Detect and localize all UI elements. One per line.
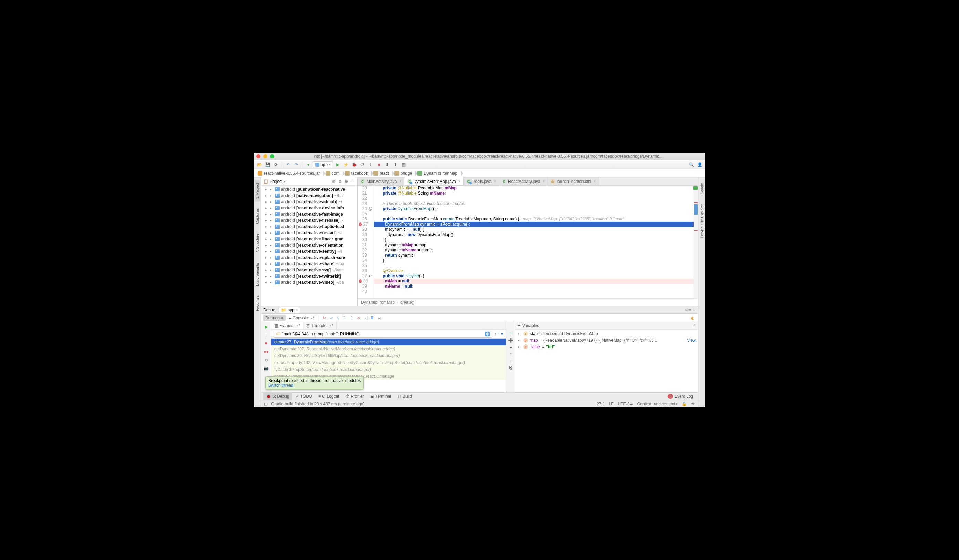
search-everywhere-icon[interactable]: 🔍 xyxy=(688,161,695,169)
bottom-profiler[interactable]: ⏱ Profiler xyxy=(343,393,367,400)
redo-icon[interactable]: ↷ xyxy=(292,161,300,169)
stack-frame[interactable]: tyCache$PropSetter (com.facebook.react.u… xyxy=(271,366,506,373)
project-tree-item[interactable]: ▸▸android [pushwoosh-react-native xyxy=(261,186,357,192)
evaluate-icon[interactable]: 🖩 xyxy=(369,315,376,321)
editor-tab[interactable]: CDynamicFromMap.java× xyxy=(405,177,463,185)
rail-device-explorer[interactable]: Device File Explorer xyxy=(699,201,705,240)
variable-row[interactable]: ▸pmap = {ReadableNativeMap@7197} "{ Nati… xyxy=(515,337,698,344)
filter-icon[interactable]: ▼ xyxy=(500,332,504,336)
project-view-selector[interactable]: 📋 Project ▾ xyxy=(263,179,285,184)
breadcrumb-item[interactable]: react xyxy=(371,169,392,177)
inspector-icon[interactable]: 👁 xyxy=(691,402,695,406)
vcs-up-icon[interactable]: ⬆ xyxy=(392,161,399,169)
profiler-icon[interactable]: ⏱ xyxy=(358,161,366,169)
project-tree-item[interactable]: ▸▸android [react-native-admob] ~/ xyxy=(261,199,357,205)
encoding[interactable]: UTF-8≑ xyxy=(618,402,633,406)
undo-icon[interactable]: ↶ xyxy=(284,161,292,169)
rail-structure[interactable]: 7: Structure xyxy=(255,231,260,256)
run-to-cursor-icon[interactable]: →| xyxy=(362,315,369,321)
event-log[interactable]: 3 Event Log xyxy=(665,393,696,400)
minimize-vars-icon[interactable]: -* xyxy=(693,323,696,328)
variables-tree[interactable]: ▸sstatic members of DynamicFromMap▸pmap … xyxy=(515,329,698,392)
force-step-into-icon[interactable]: ⤵ xyxy=(342,315,348,321)
threads-subtab[interactable]: ⊞ Threads →* xyxy=(303,322,336,329)
target-icon[interactable]: ⊕ xyxy=(331,179,336,184)
next-frame-icon[interactable]: ↓ xyxy=(497,332,499,336)
project-tree[interactable]: ▸▸android [pushwoosh-react-native ▸▸andr… xyxy=(261,186,357,306)
editor-breadcrumb[interactable]: DynamicFromMap›create() xyxy=(358,298,698,306)
breadcrumb-item[interactable]: react-native-0.55.4-sources.jar xyxy=(256,169,323,177)
rail-captures[interactable]: Captures xyxy=(255,205,260,227)
sync-icon[interactable]: ⟳ xyxy=(272,161,280,169)
code-editor[interactable]: private @Nullable ReadableMap mMap; priv… xyxy=(374,186,698,298)
rail-build-variants[interactable]: Build Variants xyxy=(255,260,260,289)
down-icon[interactable]: ↓ xyxy=(510,358,512,363)
copy-icon[interactable]: ⎘ xyxy=(510,366,512,370)
bottom-logcat[interactable]: ≡ 6: Logcat xyxy=(315,393,342,400)
close-window-button[interactable] xyxy=(256,154,260,158)
bottom-build[interactable]: ↓↑ Build xyxy=(394,393,415,400)
run-button[interactable]: ▶ xyxy=(334,161,341,169)
project-tree-item[interactable]: ▸▸android [react-native-sentry] ~/l xyxy=(261,248,357,255)
editor-tab[interactable]: CMainActivity.java× xyxy=(358,177,405,185)
rail-favorites[interactable]: Favorites xyxy=(255,293,260,314)
overhead-icon[interactable]: ◐ xyxy=(690,315,696,321)
remove-watch-icon[interactable]: − xyxy=(510,345,512,350)
console-tab[interactable]: ≣ Console →* xyxy=(286,315,317,321)
breadcrumb-item[interactable]: bridge xyxy=(392,169,416,177)
attach-icon[interactable]: ⤓ xyxy=(367,161,374,169)
caret-position[interactable]: 27:1 xyxy=(597,402,605,406)
switch-thread-link[interactable]: Switch thread xyxy=(268,383,293,388)
editor-tab[interactable]: ◇launch_screen.xml× xyxy=(548,177,599,185)
rail-gradle[interactable]: Gradle xyxy=(699,180,705,197)
breadcrumb-item[interactable]: com xyxy=(323,169,343,177)
open-icon[interactable]: 📂 xyxy=(256,161,263,169)
avd-icon[interactable]: ▾ xyxy=(304,161,312,169)
stack-frame[interactable]: create:27, DynamicFromMap (com.facebook.… xyxy=(271,339,506,345)
drop-frame-icon[interactable]: ✕ xyxy=(355,315,362,321)
stack-frame[interactable]: extractProperty:132, ViewManagersPropert… xyxy=(271,359,506,366)
prev-frame-icon[interactable]: ↑ xyxy=(494,332,496,336)
mute-bp-icon[interactable]: ⊘ xyxy=(263,356,270,363)
restore-layout-icon[interactable]: ⤓ xyxy=(692,307,696,312)
close-tab-icon[interactable]: × xyxy=(399,180,401,183)
context[interactable]: Context: <no context> xyxy=(637,402,677,406)
error-stripe[interactable] xyxy=(694,186,698,298)
project-tree-item[interactable]: ▸▸android [react-native-twitterkit] xyxy=(261,273,357,279)
close-tab-icon[interactable]: × xyxy=(594,180,596,183)
zoom-window-button[interactable] xyxy=(270,154,274,158)
step-out-icon[interactable]: ⤴ xyxy=(349,315,355,321)
lock-icon[interactable]: 🔒 xyxy=(682,402,687,406)
add-watch-icon[interactable]: + xyxy=(510,331,512,336)
debugger-tab[interactable]: Debugger xyxy=(263,315,285,321)
project-tree-item[interactable]: ▸▸android [react-native-splash-scre xyxy=(261,255,357,261)
project-tree-item[interactable]: ▸▸android [react-native-fast-image xyxy=(261,211,357,217)
project-tree-item[interactable]: ▸▸android [react-native-restart] ~/l xyxy=(261,230,357,236)
apply-changes-icon[interactable]: ⚡ xyxy=(342,161,350,169)
project-tree-item[interactable]: ▸▸android [react-native-device-info xyxy=(261,205,357,211)
bottom-terminal[interactable]: ▣ Terminal xyxy=(368,393,394,400)
trace-icon[interactable]: ≣ xyxy=(376,315,382,321)
breadcrumb-item[interactable]: facebook xyxy=(343,169,371,177)
project-tree-item[interactable]: ▸▸android [react-native-linear-grad xyxy=(261,236,357,242)
stack-frame[interactable]: getDynamic:86, ReactStylesDiffMap (com.f… xyxy=(271,352,506,359)
rerun-icon[interactable]: ↻ xyxy=(321,315,327,321)
avatar-icon[interactable]: 👤 xyxy=(696,161,703,169)
new-watch-icon[interactable]: ➕ xyxy=(508,338,513,343)
save-icon[interactable]: 💾 xyxy=(264,161,271,169)
rail-project[interactable]: 1: Project xyxy=(255,180,260,202)
close-tab-icon[interactable]: × xyxy=(459,180,460,183)
stack-frame[interactable]: getDynamic:207, ReadableNativeMap (com.f… xyxy=(271,345,506,352)
step-over-icon[interactable]: ⤻ xyxy=(328,315,334,321)
frames-subtab[interactable]: ▦ Frames →* xyxy=(271,322,303,329)
project-tree-item[interactable]: ▸▸android [react-native-share] ~/ba xyxy=(261,261,357,267)
minimize-window-button[interactable] xyxy=(263,154,267,158)
layout-icon[interactable]: ▦ xyxy=(400,161,408,169)
project-tree-item[interactable]: ▸▸android [react-native-firebase] ~ xyxy=(261,217,357,224)
resume-icon[interactable]: ▶ xyxy=(263,323,270,330)
variable-row[interactable]: ▸pname = "fill" xyxy=(515,344,698,350)
project-tree-item[interactable]: ▸▸android [react-native-haptic-feed xyxy=(261,224,357,230)
pause-icon[interactable]: ⏸ xyxy=(263,332,270,339)
breadcrumb-item[interactable]: DynamicFromMap xyxy=(416,169,461,177)
collapse-icon[interactable]: ⇕ xyxy=(337,179,343,184)
